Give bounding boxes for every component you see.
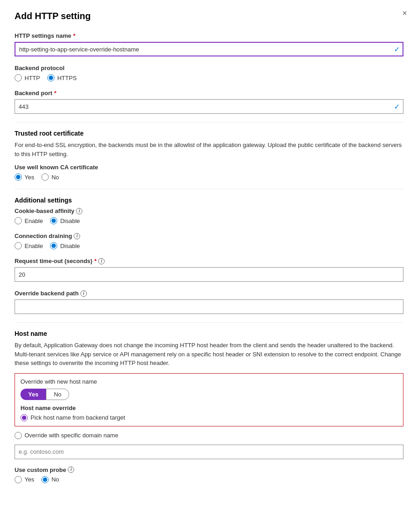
http-settings-name-group: HTTP settings name * ✓: [15, 32, 403, 56]
cookie-affinity-group: Cookie-based affinity i Enable Disable: [15, 208, 403, 224]
domain-input[interactable]: [15, 445, 403, 459]
cookie-disable-option[interactable]: Disable: [50, 217, 80, 224]
well-known-yes-label: Yes: [25, 174, 34, 181]
additional-settings-title: Additional settings: [15, 197, 403, 204]
custom-probe-yes-label: Yes: [25, 476, 34, 483]
cookie-enable-label: Enable: [25, 218, 43, 224]
http-settings-name-input-wrapper: ✓: [15, 42, 403, 56]
override-backend-path-input[interactable]: [15, 299, 403, 314]
custom-probe-yes-radio[interactable]: [15, 476, 22, 483]
request-timeout-label: Request time-out (seconds) * i: [15, 258, 403, 264]
override-backend-path-input-wrapper: [15, 299, 403, 314]
backend-port-group: Backend port * 443 ✓: [15, 90, 403, 114]
custom-probe-no-option[interactable]: No: [41, 476, 59, 483]
custom-probe-options: Yes No: [15, 476, 403, 483]
custom-probe-label: Use custom probe i: [15, 466, 403, 473]
protocol-http-option[interactable]: HTTP: [15, 74, 40, 81]
trusted-root-cert-desc: For end-to-end SSL encryption, the backe…: [15, 141, 403, 158]
host-name-override-options: Pick host name from backend target: [20, 414, 398, 421]
panel-title: Add HTTP setting: [15, 11, 403, 21]
draining-disable-label: Disable: [60, 243, 80, 249]
request-timeout-input-wrapper: [15, 267, 403, 282]
pick-backend-target-radio[interactable]: [20, 414, 28, 421]
cookie-disable-radio[interactable]: [50, 217, 57, 224]
domain-input-wrapper: [15, 445, 403, 459]
well-known-no-label: No: [51, 174, 59, 181]
draining-disable-option[interactable]: Disable: [50, 242, 80, 249]
override-backend-path-group: Override backend path i: [15, 290, 403, 314]
connection-draining-info-icon[interactable]: i: [74, 233, 80, 239]
draining-enable-radio[interactable]: [15, 242, 22, 249]
host-name-group: Host name By default, Application Gatewa…: [15, 330, 403, 483]
override-specific-domain-radio[interactable]: [15, 432, 22, 439]
cookie-affinity-info-icon[interactable]: i: [76, 208, 82, 214]
cookie-enable-radio[interactable]: [15, 217, 22, 224]
protocol-http-label: HTTP: [25, 75, 40, 81]
protocol-https-label: HTTPS: [57, 75, 77, 81]
backend-port-select[interactable]: 443: [15, 99, 403, 114]
close-button[interactable]: ×: [402, 9, 407, 17]
override-specific-domain-label: Override with specific domain name: [25, 432, 118, 439]
toggle-yes-button[interactable]: Yes: [20, 389, 46, 400]
draining-enable-option[interactable]: Enable: [15, 242, 43, 249]
add-http-setting-panel: Add HTTP setting × HTTP settings name * …: [0, 0, 418, 532]
request-timeout-info-icon[interactable]: i: [98, 258, 105, 264]
draining-enable-label: Enable: [25, 243, 43, 249]
custom-probe-yes-option[interactable]: Yes: [15, 476, 34, 483]
cookie-affinity-options: Enable Disable: [15, 217, 403, 224]
well-known-yes-option[interactable]: Yes: [15, 173, 34, 181]
protocol-http-radio[interactable]: [15, 74, 22, 81]
override-new-host-label: Override with new host name: [20, 378, 398, 385]
backend-protocol-options: HTTP HTTPS: [15, 74, 403, 81]
connection-draining-group: Connection draining i Enable Disable: [15, 233, 403, 249]
well-known-no-radio[interactable]: [41, 173, 49, 181]
custom-probe-no-radio[interactable]: [41, 476, 49, 483]
cookie-affinity-label: Cookie-based affinity i: [15, 208, 403, 214]
custom-probe-group: Use custom probe i Yes No: [15, 466, 403, 483]
connection-draining-options: Enable Disable: [15, 242, 403, 249]
override-highlight-box: Override with new host name Yes No Host …: [15, 373, 403, 426]
additional-settings-group: Additional settings Cookie-based affinit…: [15, 197, 403, 314]
well-known-yes-radio[interactable]: [15, 173, 22, 181]
request-timeout-group: Request time-out (seconds) * i: [15, 258, 403, 282]
host-name-title: Host name: [15, 330, 403, 337]
host-name-override-label: Host name override: [20, 405, 398, 411]
cookie-disable-label: Disable: [60, 218, 80, 224]
well-known-ca-label: Use well known CA certificate: [15, 164, 403, 171]
protocol-https-option[interactable]: HTTPS: [47, 74, 77, 81]
trusted-root-cert-group: Trusted root certificate For end-to-end …: [15, 130, 403, 181]
pick-backend-target-label: Pick host name from backend target: [30, 414, 125, 421]
backend-protocol-group: Backend protocol HTTP HTTPS: [15, 65, 403, 81]
backend-port-dropdown-wrapper: 443 ✓: [15, 99, 403, 114]
http-settings-name-label: HTTP settings name *: [15, 32, 403, 39]
override-toggle-group: Yes No: [20, 389, 75, 400]
divider-1: [15, 122, 403, 122]
cookie-enable-option[interactable]: Enable: [15, 217, 43, 224]
protocol-https-radio[interactable]: [47, 74, 55, 81]
override-path-info-icon[interactable]: i: [81, 290, 87, 297]
override-backend-path-label: Override backend path i: [15, 290, 403, 297]
toggle-no-button[interactable]: No: [46, 389, 69, 400]
override-specific-domain-wrapper: Override with specific domain name: [15, 432, 403, 439]
trusted-root-cert-title: Trusted root certificate: [15, 130, 403, 137]
divider-3: [15, 322, 403, 323]
pick-backend-target-option[interactable]: Pick host name from backend target: [20, 414, 125, 421]
custom-probe-no-label: No: [51, 476, 59, 483]
request-timeout-input[interactable]: [15, 267, 403, 282]
override-specific-domain-option[interactable]: Override with specific domain name: [15, 432, 403, 439]
well-known-no-option[interactable]: No: [41, 173, 59, 181]
http-settings-name-input[interactable]: [15, 42, 403, 56]
custom-probe-info-icon[interactable]: i: [68, 466, 74, 473]
divider-2: [15, 189, 403, 189]
connection-draining-label: Connection draining i: [15, 233, 403, 239]
draining-disable-radio[interactable]: [50, 242, 57, 249]
check-icon: ✓: [394, 45, 400, 54]
backend-protocol-label: Backend protocol: [15, 65, 403, 71]
well-known-ca-options: Yes No: [15, 173, 403, 181]
backend-port-label: Backend port *: [15, 90, 403, 96]
host-name-desc: By default, Application Gateway does not…: [15, 341, 403, 368]
